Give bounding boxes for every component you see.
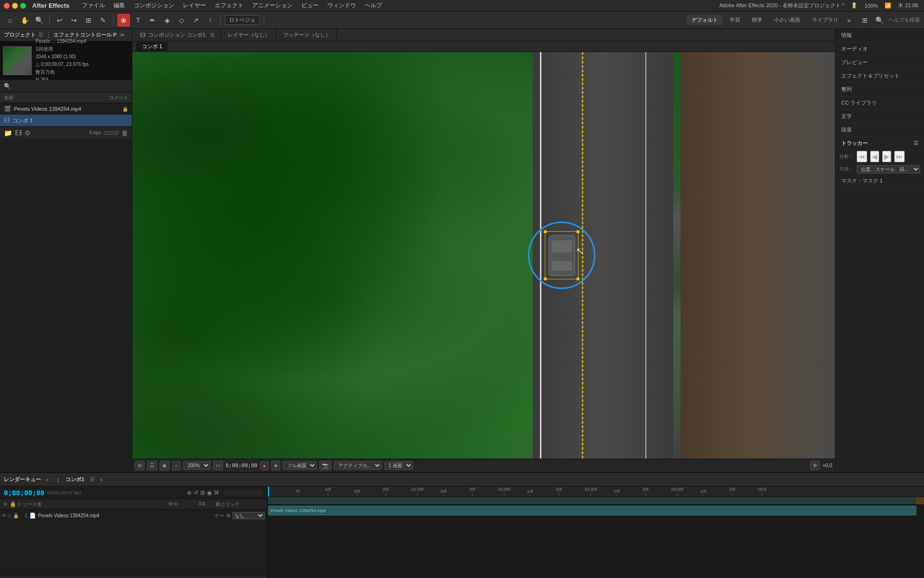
tl-col-switches: 中※ <box>168 501 197 508</box>
menu-layer[interactable]: レイヤー <box>179 0 210 11</box>
resolution-btn[interactable]: ◈ <box>271 461 280 470</box>
tl-menu[interactable]: ☰ <box>90 476 95 483</box>
viewer-icon-3[interactable]: ◉ <box>160 461 169 470</box>
cc-library-panel[interactable]: CC ライブラリ <box>835 96 924 110</box>
tl-lock-icon[interactable]: 🔓 <box>13 513 19 518</box>
project-item-comp[interactable]: 🎞 コンボ 1 <box>0 115 132 126</box>
tl-btn-1[interactable]: ⊕ <box>187 489 192 496</box>
corner-tr <box>577 230 579 233</box>
audio-panel[interactable]: オーディオ <box>835 42 924 56</box>
analyze-prev-prev[interactable]: ⏮ <box>857 151 867 162</box>
viewer-icon-2[interactable]: ☰ <box>147 461 157 470</box>
project-search-input[interactable] <box>14 83 128 89</box>
effects-presets-panel[interactable]: エフェクト＆プリセット <box>835 69 924 83</box>
new-folder-btn[interactable]: 📁 <box>4 129 12 137</box>
comp-tl-close[interactable]: × <box>100 477 103 483</box>
new-comp-btn[interactable]: 🎞 <box>15 129 22 137</box>
preview-panel[interactable]: プレビュー <box>835 56 924 69</box>
undo-tool[interactable]: ↩ <box>53 14 66 26</box>
workspace-tab-standard[interactable]: 標準 <box>747 15 767 25</box>
camera-icon[interactable]: 📷 <box>320 461 331 470</box>
method-select[interactable]: 位置、スケール、回... <box>857 165 920 173</box>
paint-bucket[interactable]: ◈ <box>161 14 173 26</box>
tl-layer-num: 1 <box>21 513 27 518</box>
tl-search-input[interactable] <box>224 489 263 496</box>
menu-effect[interactable]: エフェクト <box>211 0 247 11</box>
zoom-tool[interactable]: 🔍 <box>33 14 45 26</box>
tl-btn-3[interactable]: ⊞ <box>200 489 205 496</box>
hand-tool[interactable]: ✋ <box>18 14 31 26</box>
zoom-select[interactable]: 200% 100% 50% <box>183 461 210 470</box>
workspace-tab-default[interactable]: デフォルト <box>687 15 723 25</box>
puppet-pin[interactable]: ↗ <box>190 14 202 26</box>
menu-file[interactable]: ファイル <box>78 0 109 11</box>
home-tool[interactable]: ⌂ <box>4 14 16 26</box>
paragraph-panel[interactable]: 段落 <box>835 123 924 137</box>
text-panel[interactable]: 文字 <box>835 110 924 123</box>
workspace-tab-library[interactable]: ライブラリ <box>807 15 843 25</box>
minimize-button[interactable] <box>12 3 18 9</box>
tl-switch-solo[interactable]: 中 <box>215 512 219 519</box>
search-help-button[interactable]: 🔍 <box>873 14 886 26</box>
composition-viewer[interactable]: ↖ <box>132 52 835 459</box>
effect-panel-menu[interactable]: ≫ <box>119 32 125 38</box>
tl-btn-2[interactable]: ↺ <box>193 489 198 496</box>
resolution-select[interactable]: フル画質 1/2 1/4 <box>283 461 317 470</box>
project-settings-btn[interactable]: ⚙ <box>25 129 31 137</box>
close-button[interactable] <box>4 3 10 9</box>
tracker-menu-icon[interactable]: ☰ <box>913 140 918 146</box>
tl-btn-4[interactable]: ◉ <box>207 489 212 496</box>
view-select[interactable]: アクティブカ... <box>334 461 382 470</box>
redo-tool[interactable]: ↪ <box>68 14 80 26</box>
align-panel[interactable]: 整列 <box>835 83 924 96</box>
viewer-icon-1[interactable]: ⊞ <box>135 461 144 470</box>
workspace-more[interactable]: » <box>845 16 853 24</box>
comp-tab-main[interactable]: 🎞 コンポジション コンボ1 ☰ <box>134 29 221 41</box>
record-btn[interactable]: ● <box>260 461 269 470</box>
type-tool[interactable]: T <box>132 14 144 26</box>
comp-inner-tab[interactable]: コンボ 1 <box>136 42 168 51</box>
tl-timecode[interactable]: 0;00;00;00 <box>4 489 44 497</box>
analyze-next[interactable]: ▶ <box>882 151 891 162</box>
viewer-icon-4[interactable]: ○ <box>172 461 180 470</box>
menu-help[interactable]: ヘルプ <box>361 0 386 11</box>
tl-layer-name[interactable]: Pexels Videos 1394254.mp4 <box>38 513 213 518</box>
menu-view[interactable]: ビュー <box>297 0 322 11</box>
menu-animation[interactable]: アニメーション <box>248 0 296 11</box>
analyze-prev[interactable]: ◀ <box>870 151 879 162</box>
fit-btn[interactable]: ▭ <box>213 461 223 470</box>
comp-tab-menu[interactable]: ☰ <box>210 32 215 38</box>
overlay-btn[interactable]: ⊕ <box>810 461 820 470</box>
tl-ruler[interactable]: 5f 10f 15f 20f 01;00f <box>267 486 924 497</box>
roto-brush-tool[interactable]: ⊕ <box>117 14 130 26</box>
tl-switch-pen[interactable]: ✒ <box>220 513 224 518</box>
workspace-tab-learn[interactable]: 学習 <box>725 15 745 25</box>
brush-tool[interactable]: ✎ <box>97 14 109 26</box>
tl-parent-select[interactable]: なし <box>232 512 265 519</box>
menu-edit[interactable]: 編集 <box>110 0 129 11</box>
grid-button[interactable]: ⊞ <box>859 14 871 26</box>
workspace-tab-small[interactable]: 小さい画面 <box>769 15 805 25</box>
tl-btn-5[interactable]: ⌘ <box>214 489 219 496</box>
rq-close[interactable]: × <box>46 477 49 483</box>
pen-tool[interactable]: ✒ <box>146 14 159 26</box>
menu-window[interactable]: ウィンドウ <box>323 0 360 11</box>
screen-select[interactable]: 1 画面 <box>385 461 413 470</box>
cam-tool[interactable]: ↑ <box>204 14 217 26</box>
search-help-input[interactable]: ヘルプを検索 <box>888 16 920 24</box>
delete-btn[interactable]: 🗑 <box>121 129 128 137</box>
fullscreen-button[interactable] <box>20 3 26 9</box>
project-item-video[interactable]: 🎬 Pexels Videos 1394254.mp4 🔒 <box>0 103 132 115</box>
footage-tab[interactable]: フッテージ（なし） <box>277 29 337 41</box>
shape-tool[interactable]: ◇ <box>175 14 188 26</box>
info-panel[interactable]: 情報 <box>835 29 924 42</box>
tl-clip-video[interactable]: Pexels Videos 1394254.mp4 <box>268 506 916 515</box>
layer-tab[interactable]: レイヤー（なし） <box>222 29 276 41</box>
menu-composition[interactable]: コンポジション <box>130 0 178 11</box>
tl-playhead[interactable] <box>268 486 269 497</box>
tl-track-area[interactable]: Pexels Videos 1394254.mp4 <box>267 505 924 578</box>
tl-solo-icon[interactable]: ◎ <box>8 513 12 518</box>
analyze-next-next[interactable]: ⏭ <box>894 151 905 162</box>
puppet-tool[interactable]: ⊞ <box>82 14 95 26</box>
tl-eye-icon[interactable]: 👁 <box>2 513 7 518</box>
